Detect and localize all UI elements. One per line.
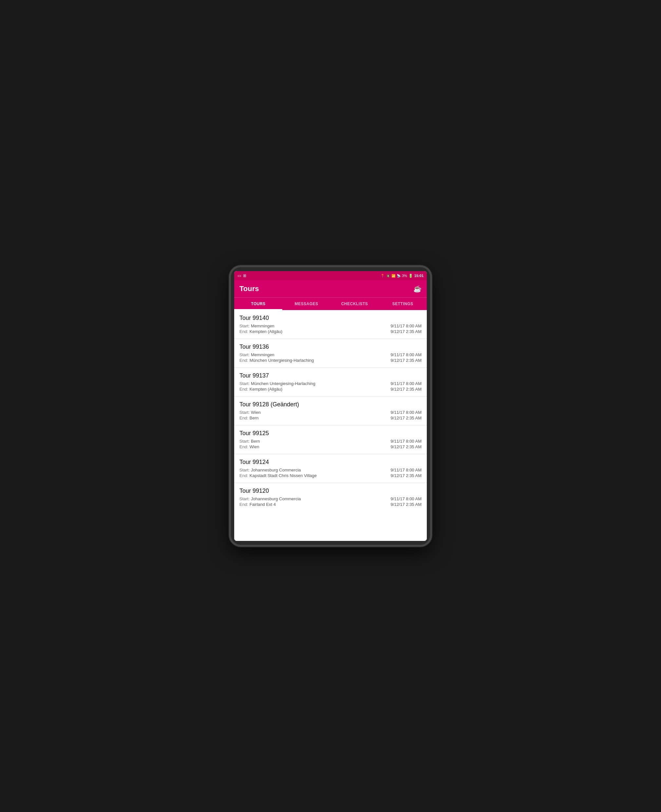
tour-name: Tour 99125 <box>239 430 422 437</box>
tour-start-date: 9/11/17 8:00 AM <box>390 323 422 328</box>
app-title: Tours <box>239 285 259 293</box>
tour-list: Tour 99140 Start:Memmingen 9/11/17 8:00 … <box>234 310 427 541</box>
tour-name: Tour 99128 (Geändert) <box>239 401 422 408</box>
start-label: Start: <box>239 352 250 357</box>
tour-end-row: End:Kempten (Allgäu) 9/12/17 2:35 AM <box>239 387 422 392</box>
tour-start-location: Start:München Untergiesing-Harlaching <box>239 381 315 386</box>
coffee-icon[interactable]: ☕ <box>414 285 422 293</box>
start-label: Start: <box>239 323 250 328</box>
tour-end-date: 9/12/17 2:35 AM <box>390 387 422 392</box>
tour-start-date: 9/11/17 8:00 AM <box>390 468 422 473</box>
status-bar: ▭ ⊞ 📍 🔇 📶 📡 3% 🔋 15:01 <box>234 271 427 280</box>
tour-start-date: 9/11/17 8:00 AM <box>390 496 422 501</box>
tour-start-location: Start:Bern <box>239 439 260 444</box>
tour-end-date: 9/12/17 2:35 AM <box>390 444 422 449</box>
tour-end-row: End:Fairland Ext 4 9/12/17 2:35 AM <box>239 502 422 507</box>
tour-end-location: End:Fairland Ext 4 <box>239 502 276 507</box>
end-label: End: <box>239 387 248 392</box>
end-label: End: <box>239 502 248 507</box>
battery-icon: 🔋 <box>409 274 413 278</box>
tour-end-date: 9/12/17 2:35 AM <box>390 358 422 363</box>
signal-icon: 📡 <box>397 274 401 278</box>
status-bar-left: ▭ ⊞ <box>238 274 246 278</box>
tour-start-date: 9/11/17 8:00 AM <box>390 352 422 357</box>
tour-end-row: End:München Untergiesing-Harlaching 9/12… <box>239 358 422 363</box>
start-label: Start: <box>239 381 250 386</box>
tour-name: Tour 99136 <box>239 344 422 350</box>
tablet-frame: ▭ ⊞ 📍 🔇 📶 📡 3% 🔋 15:01 Tours ☕ TOURS <box>229 265 432 547</box>
tour-item[interactable]: Tour 99137 Start:München Untergiesing-Ha… <box>234 368 427 396</box>
tour-end-location: End:München Untergiesing-Harlaching <box>239 358 314 363</box>
location-icon: 📍 <box>380 274 385 278</box>
tab-checklists[interactable]: CHECKLISTS <box>330 298 378 310</box>
tour-start-row: Start:Bern 9/11/17 8:00 AM <box>239 439 422 444</box>
tour-end-location: End:Kempten (Allgäu) <box>239 329 283 334</box>
tour-name: Tour 99137 <box>239 372 422 379</box>
clock: 15:01 <box>414 274 423 278</box>
battery-percentage: 3% <box>402 274 407 278</box>
wifi-icon: 📶 <box>391 274 395 278</box>
tour-start-date: 9/11/17 8:00 AM <box>390 410 422 415</box>
end-label: End: <box>239 473 248 478</box>
tour-start-row: Start:Johannesburg Commercia 9/11/17 8:0… <box>239 468 422 473</box>
app-header: Tours ☕ <box>234 280 427 297</box>
tour-start-row: Start:Wien 9/11/17 8:00 AM <box>239 410 422 415</box>
tour-end-row: End:Kempten (Allgäu) 9/12/17 2:35 AM <box>239 329 422 334</box>
tour-start-location: Start:Memmingen <box>239 352 275 357</box>
end-label: End: <box>239 358 248 363</box>
tour-item[interactable]: Tour 99136 Start:Memmingen 9/11/17 8:00 … <box>234 339 427 368</box>
end-label: End: <box>239 444 248 449</box>
tour-end-row: End:Wien 9/12/17 2:35 AM <box>239 444 422 449</box>
tour-start-row: Start:Johannesburg Commercia 9/11/17 8:0… <box>239 496 422 501</box>
tour-end-row: End:Bern 9/12/17 2:35 AM <box>239 416 422 420</box>
tour-item[interactable]: Tour 99128 (Geändert) Start:Wien 9/11/17… <box>234 396 427 425</box>
start-label: Start: <box>239 410 250 415</box>
tab-messages[interactable]: MESSAGES <box>283 298 330 310</box>
end-label: End: <box>239 416 248 420</box>
tour-start-date: 9/11/17 8:00 AM <box>390 381 422 386</box>
tab-settings[interactable]: SETTINGS <box>378 298 427 310</box>
tablet-screen: ▭ ⊞ 📍 🔇 📶 📡 3% 🔋 15:01 Tours ☕ TOURS <box>234 271 427 541</box>
tabs: TOURS MESSAGES CHECKLISTS SETTINGS <box>234 297 427 310</box>
image-icon: ⊞ <box>243 274 246 278</box>
tour-end-date: 9/12/17 2:35 AM <box>390 473 422 478</box>
tour-start-location: Start:Johannesburg Commercia <box>239 496 301 501</box>
start-label: Start: <box>239 468 250 473</box>
tour-start-location: Start:Johannesburg Commercia <box>239 468 301 473</box>
tour-end-location: End:Kapstadt Stadt Chris Nissen Village <box>239 473 317 478</box>
tour-item[interactable]: Tour 99140 Start:Memmingen 9/11/17 8:00 … <box>234 310 427 339</box>
start-label: Start: <box>239 439 250 444</box>
tour-item[interactable]: Tour 99124 Start:Johannesburg Commercia … <box>234 454 427 483</box>
tour-end-date: 9/12/17 2:35 AM <box>390 416 422 420</box>
end-label: End: <box>239 329 248 334</box>
tab-tours[interactable]: TOURS <box>234 298 283 310</box>
tour-end-location: End:Bern <box>239 416 259 420</box>
tour-start-row: Start:Memmingen 9/11/17 8:00 AM <box>239 323 422 328</box>
tour-start-date: 9/11/17 8:00 AM <box>390 439 422 444</box>
tour-item[interactable]: Tour 99125 Start:Bern 9/11/17 8:00 AM En… <box>234 425 427 454</box>
tour-item[interactable]: Tour 99120 Start:Johannesburg Commercia … <box>234 483 427 511</box>
tour-end-date: 9/12/17 2:35 AM <box>390 502 422 507</box>
tour-end-row: End:Kapstadt Stadt Chris Nissen Village … <box>239 473 422 478</box>
tour-end-location: End:Wien <box>239 444 259 449</box>
tablet-icon: ▭ <box>238 274 241 278</box>
tour-name: Tour 99120 <box>239 487 422 494</box>
tour-name: Tour 99140 <box>239 315 422 322</box>
tour-end-location: End:Kempten (Allgäu) <box>239 387 283 392</box>
tour-start-row: Start:Memmingen 9/11/17 8:00 AM <box>239 352 422 357</box>
status-bar-right: 📍 🔇 📶 📡 3% 🔋 15:01 <box>380 274 423 278</box>
mute-icon: 🔇 <box>386 274 390 278</box>
start-label: Start: <box>239 496 250 501</box>
tour-name: Tour 99124 <box>239 459 422 466</box>
tour-end-date: 9/12/17 2:35 AM <box>390 329 422 334</box>
tour-start-location: Start:Memmingen <box>239 323 275 328</box>
tour-start-row: Start:München Untergiesing-Harlaching 9/… <box>239 381 422 386</box>
tour-start-location: Start:Wien <box>239 410 261 415</box>
